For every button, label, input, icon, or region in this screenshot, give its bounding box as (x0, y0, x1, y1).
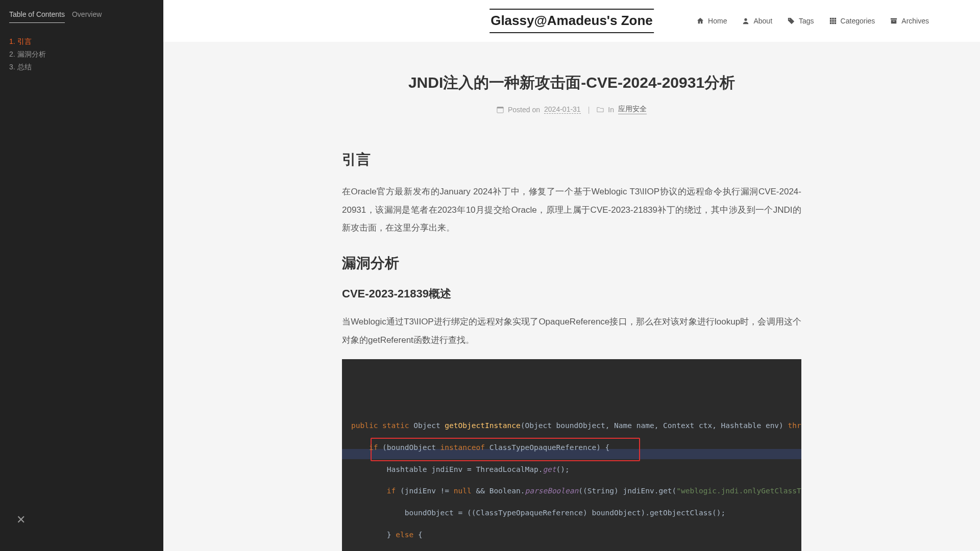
site-title[interactable]: Glassy@Amadeus's Zone (489, 9, 654, 33)
paragraph-intro: 在Oracle官方最新发布的January 2024补丁中，修复了一个基于Web… (342, 183, 801, 237)
nav-label: About (753, 17, 772, 25)
paragraph-overview: 当Weblogic通过T3\IIOP进行绑定的远程对象实现了OpaqueRefe… (342, 313, 801, 349)
close-icon[interactable]: ✕ (16, 514, 26, 525)
svg-rect-15 (497, 107, 503, 108)
article-title: JNDI注入的一种新攻击面-CVE-2024-20931分析 (342, 72, 801, 93)
svg-rect-7 (834, 20, 836, 22)
folder-icon (597, 106, 604, 113)
grid-icon (829, 17, 837, 24)
heading-cve-overview: CVE-2023-21839概述 (342, 286, 801, 302)
nav-label: Categories (841, 17, 875, 25)
toc-item-intro[interactable]: 1. 引言 (9, 35, 154, 48)
nav-archives[interactable]: Archives (890, 17, 929, 25)
nav-categories[interactable]: Categories (829, 17, 875, 25)
sidebar: Table of Contents Overview 1. 引言 2. 漏洞分析… (0, 0, 163, 551)
main: Glassy@Amadeus's Zone Home About (163, 0, 980, 551)
post-date: 2024-01-31 (544, 105, 581, 114)
svg-point-0 (745, 18, 747, 21)
svg-rect-4 (834, 18, 836, 20)
meta-separator: | (588, 106, 590, 114)
user-icon (742, 17, 749, 24)
sidebar-tabs: Table of Contents Overview (9, 10, 154, 23)
toc-list: 1. 引言 2. 漏洞分析 3. 总结 (9, 35, 154, 74)
nav-label: Archives (901, 17, 929, 25)
svg-rect-11 (891, 18, 897, 20)
nav: Home About Tags (697, 17, 929, 25)
category-link[interactable]: 应用安全 (618, 105, 647, 114)
code-screenshot: public static Object getObjectInstance(O… (342, 359, 801, 551)
svg-rect-10 (834, 22, 836, 24)
svg-rect-12 (891, 20, 897, 23)
svg-point-1 (789, 19, 790, 20)
in-label: In (608, 106, 614, 114)
heading-analysis: 漏洞分析 (342, 254, 801, 273)
heading-intro: 引言 (342, 150, 801, 169)
posted-on-label: Posted on (508, 106, 540, 114)
toc-item-analysis[interactable]: 2. 漏洞分析 (9, 48, 154, 61)
svg-rect-5 (829, 20, 831, 22)
calendar-icon (497, 106, 504, 113)
svg-rect-6 (832, 20, 834, 22)
svg-rect-13 (893, 21, 895, 21)
nav-home[interactable]: Home (697, 17, 727, 25)
svg-rect-8 (829, 22, 831, 24)
nav-label: Home (708, 17, 727, 25)
nav-label: Tags (799, 17, 814, 25)
article: JNDI注入的一种新攻击面-CVE-2024-20931分析 Posted on… (342, 42, 801, 551)
article-scroll[interactable]: JNDI注入的一种新攻击面-CVE-2024-20931分析 Posted on… (163, 42, 980, 551)
nav-tags[interactable]: Tags (788, 17, 814, 25)
svg-rect-9 (832, 22, 834, 24)
toc-item-summary[interactable]: 3. 总结 (9, 61, 154, 73)
home-icon (697, 17, 704, 24)
article-meta: Posted on 2024-01-31 | In 应用安全 (342, 105, 801, 114)
svg-rect-2 (829, 18, 831, 20)
archive-icon (890, 17, 897, 24)
header: Glassy@Amadeus's Zone Home About (163, 0, 980, 42)
nav-about[interactable]: About (742, 17, 772, 25)
tags-icon (788, 17, 795, 24)
tab-toc[interactable]: Table of Contents (9, 10, 65, 23)
svg-rect-3 (832, 18, 834, 20)
tab-overview[interactable]: Overview (72, 10, 102, 23)
